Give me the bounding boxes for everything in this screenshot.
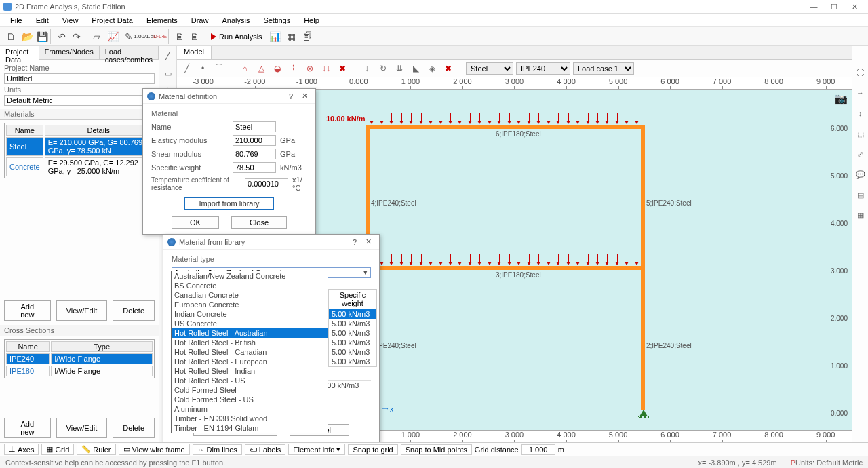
w-input[interactable] xyxy=(233,162,276,173)
support-fixed-icon[interactable]: ⌂ xyxy=(238,62,252,75)
opt-alu[interactable]: Aluminum xyxy=(172,404,328,414)
tab-load-cases[interactable]: Load cases/combos xyxy=(100,46,159,59)
opt-timber-1194[interactable]: Timber - EN 1194 Glulam xyxy=(172,423,328,433)
draw-line-icon[interactable]: ╱ xyxy=(180,62,193,75)
export-icon[interactable]: 🗎 xyxy=(189,29,203,44)
close-button[interactable]: ✕ xyxy=(844,1,865,13)
beam-3[interactable] xyxy=(367,266,644,270)
material-select[interactable]: Steel xyxy=(466,62,513,75)
section-row-ipe240[interactable]: IPE240I/Wide Flange xyxy=(6,353,153,364)
snap-mid-toggle[interactable]: Snap to Mid points xyxy=(401,444,472,455)
zoom-fit-icon[interactable]: ⛶ xyxy=(854,66,867,79)
maximize-button[interactable]: ☐ xyxy=(824,1,844,13)
opt-bs[interactable]: BS Concrete xyxy=(172,281,328,290)
load-tri-icon[interactable]: ◣ xyxy=(409,62,422,75)
labels-toggle[interactable]: 🏷Labels xyxy=(245,444,285,455)
menu-help[interactable]: Help xyxy=(297,16,326,24)
menu-project-data[interactable]: Project Data xyxy=(85,16,140,24)
redo-icon[interactable]: ↷ xyxy=(71,29,85,44)
menu-settings[interactable]: Settings xyxy=(256,16,297,24)
camera-icon[interactable]: 📷 xyxy=(834,92,848,105)
opt-eur[interactable]: European Concrete xyxy=(172,300,328,309)
menu-edit[interactable]: Edit xyxy=(29,16,56,24)
undo-icon[interactable]: ↶ xyxy=(54,29,69,44)
draw-node-icon[interactable]: • xyxy=(196,62,210,75)
libdlg-help[interactable]: ? xyxy=(348,238,361,246)
line-tool-icon[interactable]: ╱ xyxy=(161,49,175,62)
support-pin-icon[interactable]: △ xyxy=(254,62,268,75)
import-library-button[interactable]: Import from library xyxy=(184,197,273,210)
zoom-all-icon[interactable]: ⤢ xyxy=(854,148,867,160)
material-row-steel[interactable]: SteelE= 210.000 GPa, G= 80.769 GPa, γ= 7… xyxy=(6,137,153,156)
save-icon[interactable]: 💾 xyxy=(36,29,51,44)
print-icon[interactable]: ▦ xyxy=(854,209,867,221)
load-uni-icon[interactable]: ⇊ xyxy=(393,62,406,75)
osl2-icon[interactable]: D·L·E xyxy=(154,29,169,44)
grid-distance-input[interactable] xyxy=(521,444,555,455)
matdlg-ok-button[interactable]: OK xyxy=(172,216,219,229)
support-roller-icon[interactable]: ◒ xyxy=(271,62,284,75)
open-icon[interactable]: 📂 xyxy=(20,29,35,44)
matdlg-close-icon[interactable]: ✕ xyxy=(298,92,311,100)
libdlg-close-icon[interactable]: ✕ xyxy=(361,237,375,246)
opt-ind[interactable]: Indian Concrete xyxy=(172,309,328,319)
opt-cfs-us[interactable]: Cold Formed Steel - US xyxy=(172,395,328,404)
load-moment-icon[interactable]: ↻ xyxy=(376,62,390,75)
opt-hrs-ind[interactable]: Hot Rolled Steel - Indian xyxy=(172,366,328,376)
tool-icon-2[interactable]: 📈 xyxy=(105,29,120,44)
material-view-button[interactable]: View/Edit xyxy=(56,300,108,321)
model-tab[interactable]: Model xyxy=(177,46,212,59)
element-info-toggle[interactable]: Element info▾ xyxy=(288,444,345,455)
zoom-height-icon[interactable]: ↕ xyxy=(854,107,867,119)
project-name-input[interactable] xyxy=(4,73,155,84)
opt-can[interactable]: Canadian Concrete xyxy=(172,290,328,300)
matdlg-close-button[interactable]: Close xyxy=(231,216,287,229)
rect-tool-icon[interactable]: ▭ xyxy=(161,66,175,80)
chart-icon[interactable]: 📊 xyxy=(268,29,283,44)
zoom-region-icon[interactable]: ⬚ xyxy=(854,128,867,140)
layers-icon[interactable]: ▤ xyxy=(854,189,867,201)
osl-icon[interactable]: 1.00/1.5L xyxy=(138,29,153,44)
material-type-dropdown[interactable]: Australian/New Zealand Concrete BS Concr… xyxy=(171,271,328,433)
material-delete-button[interactable]: Delete xyxy=(113,300,155,321)
dimlines-toggle[interactable]: ↔Dim lines xyxy=(193,444,242,455)
material-add-button[interactable]: Add new xyxy=(4,300,51,321)
axes-toggle[interactable]: ⊥Axes xyxy=(4,444,39,455)
draw-poly-icon[interactable]: ⌒ xyxy=(212,62,226,75)
section-view-button[interactable]: View/Edit xyxy=(56,418,108,438)
opt-hrs-aus[interactable]: Hot Rolled Steel - Australian xyxy=(172,328,328,338)
opt-anz[interactable]: Australian/New Zealand Concrete xyxy=(172,271,328,281)
release-icon[interactable]: ⊗ xyxy=(303,62,317,75)
section-delete-button[interactable]: Delete xyxy=(113,418,155,438)
opt-hrs-eur[interactable]: Hot Rolled Steel - European xyxy=(172,357,328,366)
menu-analysis[interactable]: Analysis xyxy=(215,16,256,24)
ruler-toggle[interactable]: 📏Ruler xyxy=(77,444,115,455)
opt-hrs-us[interactable]: Hot Rolled Steel - US xyxy=(172,376,328,385)
delete-load-icon[interactable]: ✖ xyxy=(441,62,455,75)
beam-6[interactable] xyxy=(367,125,644,129)
doc-icon[interactable]: 🗎 xyxy=(172,29,187,44)
col-2[interactable] xyxy=(641,266,645,410)
name-input[interactable] xyxy=(233,121,276,132)
col-5[interactable] xyxy=(641,125,645,269)
snap-grid-toggle[interactable]: Snap to grid xyxy=(348,444,397,455)
load-point-icon[interactable]: ↓ xyxy=(360,62,374,75)
tool-icon-1[interactable]: ▱ xyxy=(89,29,104,44)
matdlg-help[interactable]: ? xyxy=(284,92,298,100)
g-input[interactable] xyxy=(233,149,276,159)
section-add-button[interactable]: Add new xyxy=(4,418,51,438)
tab-project-data[interactable]: Project Data xyxy=(0,46,39,60)
load-temp-icon[interactable]: ◈ xyxy=(425,62,439,75)
loadcase-select[interactable]: Load case 1 xyxy=(573,62,634,75)
menu-file[interactable]: File xyxy=(3,16,29,24)
menu-view[interactable]: View xyxy=(56,16,85,24)
opt-cfs[interactable]: Cold Formed Steel xyxy=(172,385,328,395)
delete-sup-icon[interactable]: ✖ xyxy=(336,62,349,75)
wireframe-toggle[interactable]: ▭View wire frame xyxy=(119,444,190,455)
menu-elements[interactable]: Elements xyxy=(140,16,184,24)
minimize-button[interactable]: — xyxy=(804,1,824,13)
t-input[interactable] xyxy=(245,178,288,189)
opt-hrs-can[interactable]: Hot Rolled Steel - Canadian xyxy=(172,347,328,357)
opt-timber-338[interactable]: Timber - EN 338 Solid wood xyxy=(172,414,328,423)
load-dist-icon[interactable]: ↓↓ xyxy=(319,62,333,75)
